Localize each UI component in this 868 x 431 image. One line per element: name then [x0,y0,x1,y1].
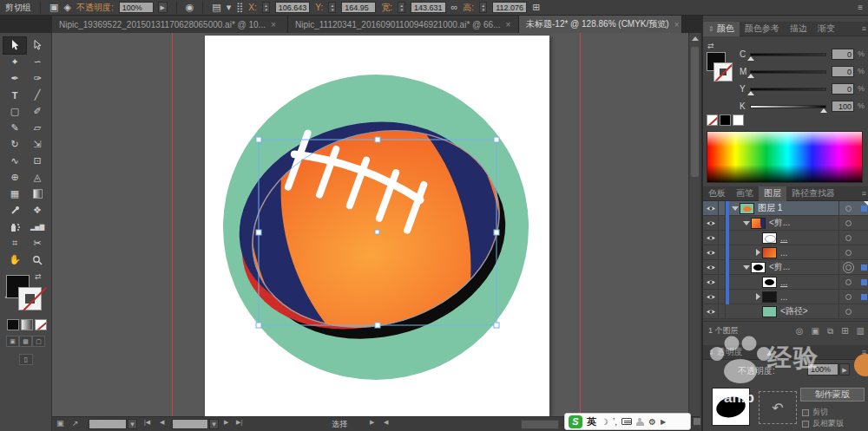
panel-menu-icon[interactable]: ≡ [862,348,866,356]
layer-thumbnail[interactable] [762,306,777,317]
width-tool[interactable]: ∿ [3,153,26,169]
link-dimensions-icon[interactable]: ∞ [451,3,458,12]
target-icon[interactable] [845,220,852,226]
artboard-tool[interactable]: ⌗ [3,235,26,251]
spin-down-icon[interactable]: ▾ [331,8,333,12]
transparency-opacity-dropdown-icon[interactable]: ▶ [839,363,850,375]
visibility-toggle[interactable] [703,275,719,290]
artboard-number-field[interactable]: 1 [172,419,208,429]
invert-mask-checkbox-row[interactable]: 反相蒙版 [802,418,844,429]
free-transform-tool[interactable]: ⊡ [26,153,49,169]
yellow-value-field[interactable]: 0 [832,83,854,95]
collapse-icon[interactable]: ⇕ [708,25,714,33]
align-icon[interactable]: ▤ [212,3,220,12]
y-field[interactable]: 164.95 [341,2,376,13]
sogou-logo-icon[interactable]: S [569,415,582,428]
none-swatch[interactable] [707,114,718,126]
selection-cell[interactable] [858,304,868,319]
selection-cell[interactable] [858,245,868,260]
column-graph-tool[interactable]: ▂▅▇ [26,219,49,235]
mask-link-area[interactable]: ↶ [759,391,797,424]
collapse-icon[interactable]: ⇕ [708,349,714,356]
selection-cell[interactable] [858,275,868,290]
moon-icon[interactable]: ☽ [601,417,608,427]
target-cell[interactable] [838,260,858,275]
artwork[interactable] [52,33,700,416]
target-cell[interactable] [838,290,858,304]
spin-down-icon[interactable]: ▾ [265,8,267,12]
scroll-up-icon[interactable] [692,36,699,41]
punctuation-icon[interactable]: ’, [613,417,617,427]
handle-bottom-mid[interactable] [375,323,380,328]
tab-layers[interactable]: 图层 [759,186,786,201]
ime-expand-icon[interactable]: ▶ [661,418,666,426]
target-cell[interactable] [838,304,858,319]
align-dropdown-icon[interactable]: ▾ [227,3,232,12]
layer-thumbnail[interactable] [740,203,754,214]
opacity-dropdown-icon[interactable]: ▶ [158,2,168,13]
tab-pathfinder[interactable]: 路径查找器 [786,186,840,201]
line-segment-tool[interactable]: ╱ [26,87,49,103]
width-field[interactable]: 143.631 [411,2,446,13]
selection-tool[interactable] [3,37,26,54]
layer-row-1[interactable]: 图层 1 [703,201,868,216]
checkbox[interactable] [802,421,809,428]
last-artboard-icon[interactable]: ▶| [236,419,242,426]
handle-top-mid[interactable] [375,137,380,142]
tab-transparency[interactable]: ⇕ 透明度 [703,345,748,360]
close-icon[interactable]: × [505,20,510,29]
lock-cell[interactable] [719,201,726,216]
prev-artboard-icon[interactable]: ◀ [160,419,164,426]
expand-toggle[interactable] [731,206,740,211]
selection-cell[interactable] [858,260,868,275]
tab-color[interactable]: ⇕ 颜色 [703,22,740,36]
slider-thumb[interactable] [747,74,754,78]
tab-swatches[interactable]: 色板 [703,186,731,201]
transparency-opacity-field[interactable]: 100% [807,363,838,375]
expand-toggle[interactable] [742,265,751,270]
tab-gradient[interactable]: 渐变 [812,22,840,36]
height-field[interactable]: 112.076 [492,2,527,13]
status-export-icon[interactable]: ↗ [72,419,79,428]
gradient-mode-button[interactable] [21,319,33,330]
ime-language-mode[interactable]: 英 [587,415,596,428]
visibility-toggle[interactable] [703,231,719,245]
visibility-toggle[interactable] [703,201,719,216]
curvature-tool[interactable]: ✑ [26,70,49,87]
color-spectrum[interactable] [707,131,863,183]
target-icon[interactable] [845,250,852,256]
scrollbar-thumb[interactable] [691,47,699,177]
keyboard-icon[interactable] [621,418,632,425]
mini-swap-icon[interactable]: ⇄ [707,42,714,50]
draw-inside-button[interactable]: ▢ [32,336,45,347]
lock-cell[interactable] [719,290,726,304]
magic-wand-tool[interactable]: ✦ [3,54,26,70]
rectangle-tool[interactable]: ▢ [3,103,26,120]
width-stepper[interactable]: ▴▾ [398,2,405,13]
cyan-value-field[interactable]: 0 [832,49,854,60]
panel-menu-icon[interactable]: ≡ [862,24,866,33]
recolor-artwork-icon[interactable]: ◉ [186,3,194,12]
new-sublayer-icon[interactable]: ⧉ [827,326,833,336]
opacity-value[interactable]: 100% [119,2,154,13]
person-icon[interactable] [636,418,644,426]
wrench-icon[interactable]: ⚙ [648,417,656,427]
black-value-field[interactable]: 100 [832,101,854,112]
slider-thumb[interactable] [747,91,754,95]
perspective-grid-tool[interactable]: ◬ [26,169,49,186]
draw-normal-button[interactable]: ▣ [6,336,19,347]
shape-builder-tool[interactable]: ⊕ [3,169,26,186]
handle-top-right[interactable] [494,137,499,142]
document-tab-3-active[interactable]: 未标题-12* @ 128.86% (CMYK/预览) × [519,16,682,33]
lock-cell[interactable] [719,245,726,260]
target-icon[interactable] [845,235,852,241]
type-tool[interactable]: T [3,87,26,103]
locate-object-icon[interactable]: ◎ [796,326,804,336]
paintbrush-tool[interactable]: ✐ [26,103,49,120]
lock-cell[interactable] [719,260,726,275]
reference-point-icon[interactable]: ⣿ [236,3,243,12]
expand-toggle[interactable] [742,221,751,225]
handle-mid-right[interactable] [494,230,499,235]
artboard-dropdown-icon[interactable]: ▾ [209,419,219,429]
gradient-tool[interactable] [26,186,49,202]
